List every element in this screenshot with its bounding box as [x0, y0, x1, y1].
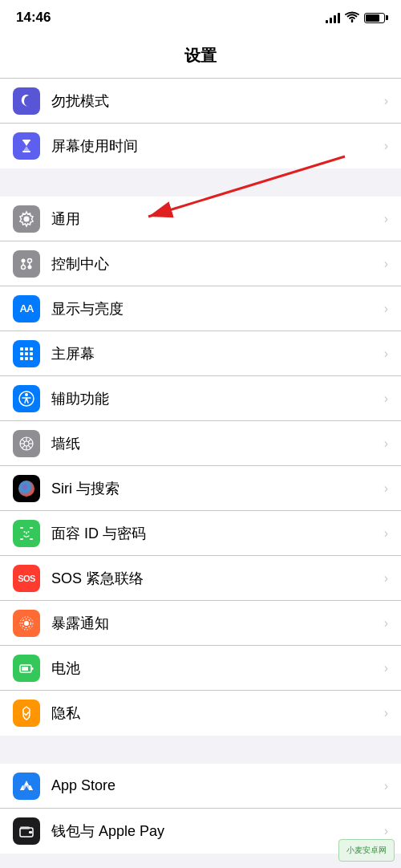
- svg-rect-16: [25, 352, 28, 355]
- home-screen-icon: [13, 340, 40, 367]
- svg-line-31: [28, 439, 30, 441]
- svg-rect-18: [20, 357, 23, 360]
- group-spacer-1: [0, 168, 401, 197]
- chevron-icon: ›: [384, 391, 388, 406]
- do-not-disturb-label: 勿扰模式: [51, 91, 378, 111]
- svg-point-40: [24, 621, 29, 626]
- chevron-icon: ›: [384, 706, 388, 720]
- status-time: 14:46: [16, 10, 51, 26]
- svg-point-37: [24, 531, 26, 533]
- svg-point-6: [22, 258, 26, 262]
- screen-time-icon: [13, 132, 40, 160]
- chevron-icon: ›: [384, 436, 388, 451]
- wallpaper-label: 墙纸: [51, 434, 378, 453]
- settings-item-faceid[interactable]: 面容 ID 与密码 ›: [0, 511, 401, 556]
- svg-rect-20: [30, 357, 33, 360]
- settings-item-home-screen[interactable]: 主屏幕 ›: [0, 331, 401, 376]
- chevron-icon: ›: [384, 302, 388, 316]
- settings-item-wallpaper[interactable]: 墙纸 ›: [0, 421, 401, 466]
- settings-item-do-not-disturb[interactable]: 勿扰模式 ›: [0, 79, 401, 124]
- svg-rect-35: [20, 538, 23, 540]
- settings-item-siri[interactable]: Siri 与搜索 ›: [0, 466, 401, 511]
- chevron-icon: ›: [384, 481, 388, 496]
- wallpaper-icon: [13, 430, 40, 457]
- chevron-icon: ›: [384, 779, 388, 793]
- battery-settings-icon: [13, 655, 40, 682]
- svg-line-29: [22, 439, 25, 441]
- battery-label: 电池: [51, 659, 378, 678]
- settings-item-general[interactable]: 通用 ›: [0, 197, 401, 241]
- battery-icon: [364, 13, 385, 23]
- status-bar: 14:46: [0, 0, 401, 35]
- settings-item-display[interactable]: AA 显示与亮度 ›: [0, 286, 401, 331]
- settings-item-exposure[interactable]: 暴露通知 ›: [0, 601, 401, 646]
- svg-point-24: [24, 441, 29, 446]
- settings-group-2: 通用 › 控制中心 ›: [0, 197, 401, 736]
- siri-icon: [13, 475, 40, 502]
- privacy-label: 隐私: [51, 704, 378, 723]
- settings-list-1: 勿扰模式 › 屏幕使用时间 ›: [0, 79, 401, 168]
- settings-group-1: 勿扰模式 › 屏幕使用时间 ›: [0, 79, 401, 168]
- display-icon: AA: [13, 295, 40, 322]
- faceid-label: 面容 ID 与密码: [51, 524, 378, 543]
- settings-list-2: 通用 › 控制中心 ›: [0, 197, 401, 736]
- wallet-label: 钱包与 Apple Pay: [51, 821, 378, 841]
- settings-item-accessibility[interactable]: 辅助功能 ›: [0, 376, 401, 421]
- siri-label: Siri 与搜索: [51, 479, 378, 498]
- general-label: 通用: [51, 209, 378, 229]
- settings-item-control-center[interactable]: 控制中心 ›: [0, 241, 401, 286]
- svg-rect-33: [20, 527, 23, 529]
- chevron-icon: ›: [384, 571, 388, 586]
- svg-point-7: [28, 258, 32, 262]
- sos-label: SOS 紧急联络: [51, 569, 378, 588]
- accessibility-icon: [13, 385, 40, 412]
- chevron-icon: ›: [384, 212, 388, 226]
- svg-rect-44: [22, 667, 28, 671]
- screen-time-label: 屏幕使用时间: [51, 136, 378, 156]
- gear-icon: [13, 205, 40, 233]
- wifi-icon: [345, 11, 359, 25]
- svg-rect-15: [20, 352, 23, 355]
- chevron-icon: ›: [384, 526, 388, 541]
- control-center-label: 控制中心: [51, 254, 378, 274]
- chevron-icon: ›: [384, 257, 388, 271]
- svg-rect-47: [20, 826, 30, 829]
- settings-item-sos[interactable]: SOS SOS 紧急联络 ›: [0, 556, 401, 601]
- svg-rect-36: [30, 538, 33, 540]
- app-store-label: App Store: [51, 777, 378, 794]
- settings-item-app-store[interactable]: App Store ›: [0, 764, 401, 809]
- chevron-icon: ›: [384, 661, 388, 675]
- chevron-icon: ›: [384, 139, 388, 153]
- moon-icon: [13, 87, 40, 115]
- signal-icon: [326, 12, 340, 23]
- settings-item-screen-time[interactable]: 屏幕使用时间 ›: [0, 124, 401, 168]
- svg-point-22: [25, 393, 28, 396]
- app-store-icon: [13, 773, 40, 800]
- svg-point-9: [28, 265, 32, 269]
- svg-rect-13: [25, 347, 28, 351]
- svg-line-30: [28, 445, 30, 448]
- privacy-icon: [13, 700, 40, 727]
- svg-rect-17: [30, 352, 33, 355]
- svg-point-8: [22, 265, 26, 269]
- chevron-icon: ›: [384, 94, 388, 108]
- settings-item-battery[interactable]: 电池 ›: [0, 646, 401, 691]
- wallet-icon: [13, 817, 40, 845]
- page-title: 设置: [184, 47, 217, 64]
- chevron-icon: ›: [384, 347, 388, 361]
- svg-rect-14: [30, 347, 33, 351]
- svg-rect-45: [31, 667, 34, 670]
- display-label: 显示与亮度: [51, 299, 378, 318]
- watermark: 小麦安卓网: [338, 839, 395, 862]
- svg-rect-3: [22, 151, 30, 152]
- home-screen-label: 主屏幕: [51, 344, 378, 363]
- exposure-label: 暴露通知: [51, 614, 378, 633]
- svg-rect-48: [29, 831, 32, 834]
- exposure-icon: [13, 610, 40, 637]
- settings-item-privacy[interactable]: 隐私 ›: [0, 691, 401, 736]
- group-spacer-2: [0, 736, 401, 764]
- sos-icon: SOS: [13, 565, 40, 592]
- svg-point-38: [28, 531, 30, 533]
- control-center-icon: [13, 250, 40, 278]
- svg-rect-12: [20, 347, 23, 351]
